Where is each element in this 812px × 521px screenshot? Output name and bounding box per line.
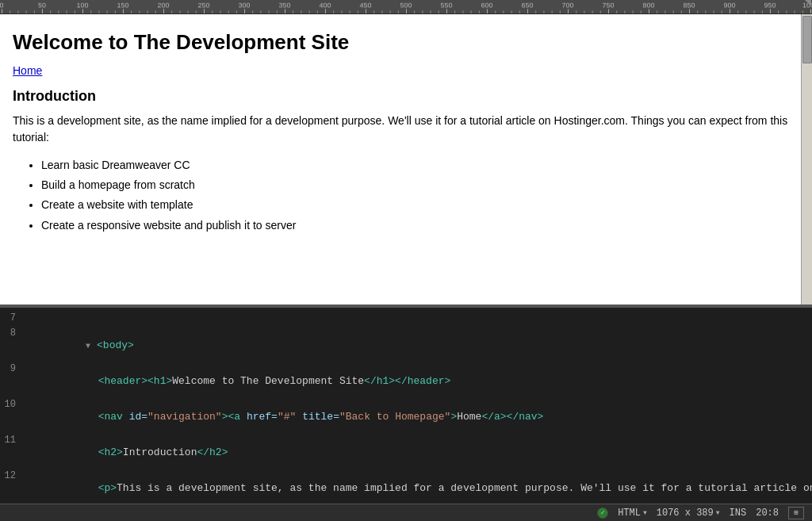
tag-header: <header><h1>	[98, 375, 173, 387]
tag-nav: <nav	[98, 411, 129, 423]
language-label: HTML	[618, 508, 641, 519]
scrollbar-thumb[interactable]	[802, 16, 812, 63]
cursor-position: 20:8	[756, 508, 779, 519]
attr-title: title=	[302, 411, 339, 423]
section-heading: Introduction	[13, 88, 799, 105]
chevron-down-icon: ▼	[716, 509, 720, 516]
chevron-down-icon: ▼	[643, 509, 647, 516]
nav-link-text: Home	[457, 411, 481, 423]
line-content: ▼ <body>	[24, 328, 806, 363]
dimensions-selector[interactable]: 1076 x 389 ▼	[657, 508, 720, 519]
code-line: 8 ▼ <body>	[0, 328, 812, 363]
attr-title-val: "Back to Homepage"	[339, 411, 450, 423]
line-number: 7	[0, 312, 24, 324]
line-number: 12	[0, 470, 24, 481]
indent	[86, 375, 98, 387]
status-bar: ✓ HTML ▼ 1076 x 389 ▼ INS 20:8 ⊞	[0, 504, 812, 521]
attr-href-val: "#"	[278, 411, 296, 423]
mode-label: INS	[730, 508, 747, 519]
language-selector[interactable]: HTML ▼	[618, 508, 647, 519]
line-content: <h2>Introduction</h2>	[24, 435, 806, 470]
indent	[86, 482, 98, 494]
attr-href: href=	[247, 411, 278, 423]
line-content: <header><h1>Welcome to The Development S…	[24, 363, 806, 399]
tag-h2-close: </h2>	[197, 446, 228, 458]
code-line: 7	[0, 312, 812, 328]
tag-body-open: <body>	[97, 339, 134, 351]
ruler-canvas	[0, 0, 812, 13]
position-label: 20:8	[756, 508, 779, 519]
indent	[86, 446, 98, 458]
insert-mode: INS	[730, 508, 747, 519]
line-content: <p>This is a development site, as the na…	[24, 470, 812, 506]
tag-a-end: </a></nav>	[481, 411, 543, 423]
grid-icon[interactable]: ⊞	[788, 507, 804, 519]
p-text: This is a development site, as the name …	[117, 482, 812, 494]
tag-p: <p>	[98, 482, 117, 494]
home-link[interactable]: Home	[13, 64, 799, 77]
list-item: Create a responsive website and publish …	[41, 216, 799, 236]
line-number: 10	[0, 399, 24, 410]
ruler	[0, 0, 812, 14]
indent	[86, 411, 98, 423]
h1-text: Welcome to The Development Site	[172, 375, 364, 387]
design-scrollbar[interactable]	[801, 14, 812, 305]
list-item: Learn basic Dreamweaver CC	[41, 155, 799, 175]
intro-paragraph: This is a development site, as the name …	[13, 113, 799, 146]
validation-icon: ✓	[597, 508, 608, 519]
line-number: 11	[0, 435, 24, 446]
tutorial-list: Learn basic Dreamweaver CC Build a homep…	[13, 155, 799, 236]
tag-h2: <h2>	[98, 446, 123, 458]
attr-sep	[296, 411, 302, 423]
tag-h1-close: </h1></header>	[364, 375, 450, 387]
code-line: 12 <p>This is a development site, as the…	[0, 470, 812, 506]
dimensions-label: 1076 x 389	[657, 508, 714, 519]
code-editor[interactable]: 7 8 ▼ <body> 9 <header><h1>Welcome to Th…	[0, 308, 812, 521]
list-item: Create a website with template	[41, 195, 799, 215]
code-line: 10 <nav id="navigation"><a href="#" titl…	[0, 399, 812, 435]
attr-id: id=	[129, 411, 147, 423]
tag-nav-close-bracket: ><a	[222, 411, 247, 423]
line-content: <nav id="navigation"><a href="#" title="…	[24, 399, 806, 435]
line-number: 9	[0, 363, 24, 374]
status-check-item: ✓	[597, 508, 608, 519]
attr-id-val: "navigation"	[147, 411, 222, 423]
collapse-arrow[interactable]: ▼	[86, 342, 95, 351]
line-number: 8	[0, 328, 24, 339]
design-pane: Welcome to The Development Site Home Int…	[0, 14, 812, 308]
code-pane[interactable]: 7 8 ▼ <body> 9 <header><h1>Welcome to Th…	[0, 308, 812, 521]
code-line: 9 <header><h1>Welcome to The Development…	[0, 363, 812, 399]
list-item: Build a homepage from scratch	[41, 175, 799, 195]
code-line: 11 <h2>Introduction</h2>	[0, 435, 812, 470]
page-title: Welcome to The Development Site	[13, 30, 799, 55]
split-container: Welcome to The Development Site Home Int…	[0, 14, 812, 521]
design-content: Welcome to The Development Site Home Int…	[0, 14, 812, 251]
h2-text: Introduction	[123, 446, 197, 458]
